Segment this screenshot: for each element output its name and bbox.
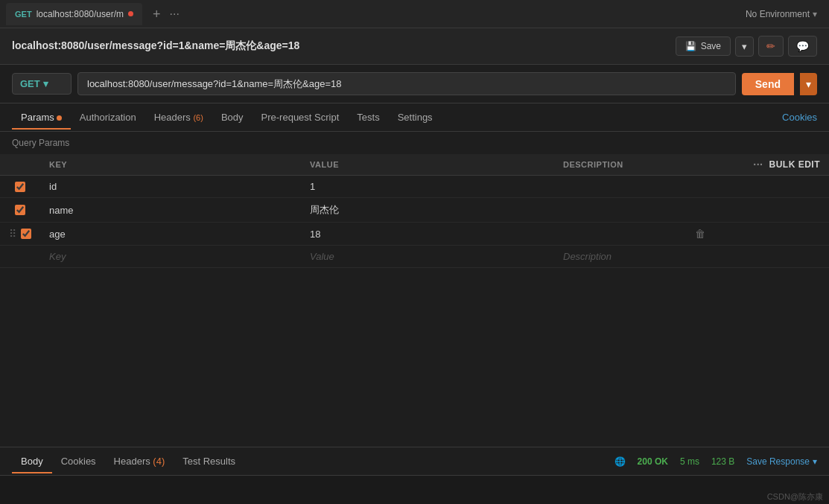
response-headers-badge: (4) <box>153 456 165 467</box>
tab-settings-label: Settings <box>398 112 433 123</box>
row-desc-cell <box>554 223 686 246</box>
request-tab[interactable]: GET localhost:8080/user/m <box>6 3 142 25</box>
response-meta: 🌐 200 OK 5 ms 123 B Save Response ▾ <box>614 456 817 467</box>
new-tab-button[interactable]: + <box>148 7 165 21</box>
watermark: CSDN@陈亦康 <box>767 491 823 503</box>
save-dropdown-button[interactable]: ▾ <box>735 36 754 57</box>
response-headers-label: Headers <box>114 456 153 467</box>
tab-prerequest[interactable]: Pre-request Script <box>252 106 349 129</box>
row-checkbox[interactable] <box>21 229 31 239</box>
response-tab-body[interactable]: Body <box>12 450 52 473</box>
comment-button[interactable]: 💬 <box>788 36 817 57</box>
drag-handle-icon[interactable]: ⠿ <box>9 228 16 240</box>
placeholder-key-cell[interactable]: Key <box>40 246 301 268</box>
row-value: 周杰伦 <box>310 204 339 215</box>
row-key-cell: name <box>40 198 301 223</box>
th-checkbox <box>0 154 40 176</box>
row-value-cell: 周杰伦 <box>301 198 554 223</box>
tab-params[interactable]: Params <box>12 106 71 129</box>
row-checkbox-cell <box>0 198 40 223</box>
tab-tests-label: Tests <box>357 112 379 123</box>
save-response-label: Save Response <box>746 456 810 467</box>
response-cookies-label: Cookies <box>61 456 96 467</box>
globe-icon: 🌐 <box>614 456 626 467</box>
request-input-row: GET ▾ Send ▾ <box>0 65 829 103</box>
chevron-down-icon: ▾ <box>43 78 48 89</box>
environment-label: No Environment <box>746 9 810 19</box>
row-checkbox[interactable] <box>15 182 25 192</box>
tab-bar-right: No Environment ▾ <box>740 6 823 22</box>
placeholder-value-cell[interactable]: Value <box>301 246 554 268</box>
edit-button[interactable]: ✏ <box>758 36 784 57</box>
row-key: name <box>49 205 74 216</box>
row-actions-cell: 🗑 <box>686 223 829 246</box>
placeholder-value: Value <box>310 251 334 262</box>
request-title: localhost:8080/user/message?id=1&name=周杰… <box>12 39 299 53</box>
response-tabs-row: Body Cookies Headers (4) Test Results 🌐 … <box>0 447 829 476</box>
chevron-down-icon: ▾ <box>742 41 747 52</box>
send-dropdown-button[interactable]: ▾ <box>800 73 817 95</box>
send-button[interactable]: Send <box>742 73 794 95</box>
placeholder-row: Key Value Description <box>0 246 829 268</box>
response-test-results-label: Test Results <box>182 456 235 467</box>
comment-icon: 💬 <box>796 40 809 52</box>
response-status: 200 OK <box>638 456 668 467</box>
th-value: VALUE <box>301 154 554 176</box>
row-value-cell: 18 <box>301 223 554 246</box>
query-params-label: Query Params <box>0 132 829 154</box>
cookies-link[interactable]: Cookies <box>782 112 817 123</box>
tab-tests[interactable]: Tests <box>348 106 388 129</box>
chevron-down-icon: ▾ <box>813 9 817 19</box>
row-checkbox[interactable] <box>15 205 25 215</box>
save-button[interactable]: 💾 Save <box>676 36 731 56</box>
response-size: 123 B <box>711 456 734 467</box>
save-label: Save <box>701 41 721 51</box>
table-more-icon[interactable]: ··· <box>753 159 763 170</box>
row-value-cell: 1 <box>301 176 554 198</box>
row-desc-cell <box>554 198 686 223</box>
row-value: 1 <box>310 181 315 192</box>
method-label: GET <box>20 78 40 89</box>
placeholder-desc-cell[interactable]: Description <box>554 246 686 268</box>
placeholder-description: Description <box>563 251 612 262</box>
row-key: id <box>49 181 57 192</box>
table-row: id 1 <box>0 176 829 198</box>
response-tab-cookies[interactable]: Cookies <box>52 450 105 473</box>
save-response-button[interactable]: Save Response ▾ <box>746 456 817 467</box>
tab-headers-label: Headers <box>154 112 194 123</box>
top-tab-bar: GET localhost:8080/user/m + ··· No Envir… <box>0 0 829 28</box>
tab-body-label: Body <box>221 112 244 123</box>
tab-authorization[interactable]: Authorization <box>71 106 145 129</box>
tab-modified-dot <box>128 11 133 16</box>
table-row: name 周杰伦 <box>0 198 829 223</box>
response-body-label: Body <box>21 456 43 467</box>
tab-body[interactable]: Body <box>212 106 252 129</box>
chevron-down-icon: ▾ <box>806 78 811 90</box>
response-tab-headers[interactable]: Headers (4) <box>105 450 174 473</box>
params-dot <box>57 115 62 121</box>
row-value: 18 <box>310 229 320 240</box>
response-tab-test-results[interactable]: Test Results <box>174 450 244 473</box>
row-actions-cell <box>686 198 829 223</box>
headers-badge: (6) <box>193 113 203 122</box>
tab-prerequest-label: Pre-request Script <box>261 112 340 123</box>
bulk-edit-button[interactable]: Bulk Edit <box>769 159 821 170</box>
response-time: 5 ms <box>680 456 699 467</box>
tab-settings[interactable]: Settings <box>389 106 442 129</box>
method-selector[interactable]: GET ▾ <box>12 73 72 95</box>
row-desc-cell <box>554 176 686 198</box>
environment-selector[interactable]: No Environment ▾ <box>740 6 823 22</box>
table-row: ⠿ age 18 🗑 <box>0 223 829 246</box>
url-input[interactable] <box>77 72 736 95</box>
delete-row-icon[interactable]: 🗑 <box>695 228 705 240</box>
response-bar: Body Cookies Headers (4) Test Results 🌐 … <box>0 447 829 504</box>
th-actions: ··· Bulk Edit <box>686 154 829 176</box>
tab-headers[interactable]: Headers (6) <box>145 106 212 129</box>
tab-url: localhost:8080/user/m <box>36 9 124 19</box>
placeholder-key: Key <box>49 251 66 262</box>
tab-authorization-label: Authorization <box>80 112 136 123</box>
tab-more-button[interactable]: ··· <box>165 7 184 21</box>
th-description: DESCRIPTION <box>554 154 686 176</box>
th-key: KEY <box>40 154 301 176</box>
url-bar-actions: 💾 Save ▾ ✏ 💬 <box>676 36 817 57</box>
